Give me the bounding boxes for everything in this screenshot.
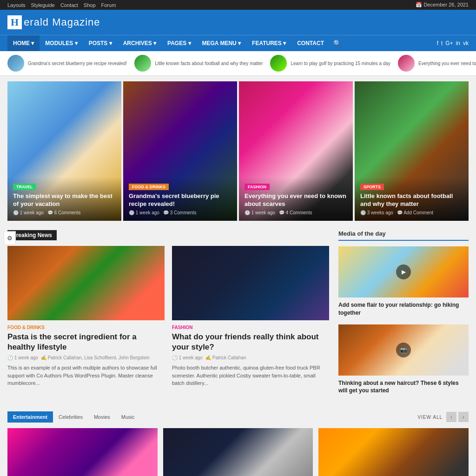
article-category-0: FOOD & DRINKS [7, 325, 165, 330]
hero-meta-3: 🕐 3 weeks ago 💬 Add Comment [360, 210, 463, 215]
site-logo[interactable]: H erald Magazine [7, 15, 100, 29]
twitter-link[interactable]: t [441, 40, 443, 46]
camera-button[interactable]: 📷 [396, 343, 411, 357]
topnav-layouts[interactable]: Layouts [7, 2, 26, 8]
news-ticker: Grandma's secret blueberry pie recipe re… [0, 51, 476, 76]
article-image-1 [172, 246, 329, 320]
logo-name: erald Magazine [24, 16, 100, 28]
hero-title-1: Grandma's secret blueberry pie recipe re… [129, 192, 231, 208]
ent-card-2[interactable]: ENTERTAINMENT [318, 428, 469, 476]
article-meta-1: 🕐 1 week ago ✍ Patrick Callahan [172, 355, 329, 360]
ticker-thumb [398, 55, 415, 72]
article-category-1: FASHION [172, 325, 329, 330]
prev-arrow[interactable]: ‹ [446, 412, 456, 422]
media-item-title-1: Thinking about a new haircut? These 6 st… [338, 379, 469, 395]
googleplus-link[interactable]: G+ [445, 40, 453, 46]
hero-meta-0: 🕐 1 week ago 💬 6 Comments [13, 210, 116, 215]
ticker-text: Everything you ever need to known about … [418, 60, 476, 66]
search-icon[interactable]: 🔍 [333, 40, 341, 47]
ent-image-1 [163, 428, 313, 476]
nav-home[interactable]: HOME ▾ [7, 35, 40, 51]
breaking-news-section: Breaking News FOOD & DRINKS Pasta is the… [7, 230, 329, 402]
media-title: Media of the day [338, 230, 469, 241]
nav-posts[interactable]: POSTS ▾ [83, 35, 118, 51]
ticker-thumb [270, 55, 287, 72]
hero-category-1: FOOD & DRINKS [129, 184, 169, 190]
ent-card-0[interactable]: ENTERTAINMENT [7, 428, 158, 476]
ticker-item[interactable]: Learn to play golf by practicing 15 minu… [270, 55, 390, 72]
ticker-text: Little known facts about football and wh… [155, 60, 263, 66]
nav-contact[interactable]: CONTACT [291, 35, 330, 51]
hero-grid: TRAVEL The simplest way to make the best… [7, 81, 469, 221]
ent-image-0 [7, 428, 158, 476]
media-item-1[interactable]: 📷 Thinking about a new haircut? These 6 … [338, 324, 469, 395]
gear-icon: ⚙ [7, 235, 13, 242]
entertainment-nav-arrows: ‹ › [446, 412, 469, 422]
media-item-title-0: Add some flair to your relationship: go … [338, 301, 469, 317]
ticker-text: Learn to play golf by practicing 15 minu… [291, 60, 390, 66]
ticker-text: Grandma's secret blueberry pie recipe re… [28, 60, 127, 66]
media-image-1: 📷 [338, 324, 469, 376]
article-meta-0: 🕐 1 week ago ✍ Patrick Callahan, Lisa Sc… [7, 355, 165, 360]
play-button[interactable]: ▶ [396, 264, 411, 279]
hero-category-0: TRAVEL [13, 184, 36, 190]
hero-item-3[interactable]: SPORTS Little known facts about football… [355, 81, 469, 221]
hero-title-3: Little known facts about football and wh… [360, 192, 463, 208]
hero-title-2: Everything you ever need to known about … [245, 192, 347, 208]
ent-image-2 [318, 428, 469, 476]
social-links: f t G+ in vk [437, 40, 469, 46]
hero-item-1[interactable]: FOOD & DRINKS Grandma's secret blueberry… [123, 81, 237, 221]
facebook-link[interactable]: f [437, 40, 438, 46]
next-arrow[interactable]: › [458, 412, 469, 422]
top-bar-nav: Layouts Styleguide Contact Shop Forum [7, 2, 116, 8]
instagram-link[interactable]: in [456, 40, 460, 46]
hero-meta-1: 🕐 1 week ago 💬 3 Comments [129, 210, 231, 215]
hero-overlay-0: TRAVEL The simplest way to make the best… [7, 177, 121, 221]
ticker-thumb [134, 55, 151, 72]
entertainment-controls: VIEW ALL ‹ › [417, 412, 469, 422]
logo-letter: H [7, 15, 22, 29]
nav-megamenu[interactable]: MEGA MENU ▾ [197, 35, 247, 51]
tab-music[interactable]: Music [116, 411, 140, 423]
entertainment-header: Entertainment Celebrities Movies Music V… [7, 411, 469, 423]
ent-card-1[interactable]: ENTERTAINMENT [163, 428, 313, 476]
hero-meta-2: 🕐 1 week ago 💬 4 Comments [245, 210, 347, 215]
tab-celebrities[interactable]: Celebrities [53, 411, 88, 423]
ticker-item[interactable]: Grandma's secret blueberry pie recipe re… [7, 55, 127, 72]
entertainment-section: Entertainment Celebrities Movies Music V… [7, 411, 469, 476]
nav-pages[interactable]: PAGES ▾ [162, 35, 196, 51]
article-title-0[interactable]: Pasta is the secret ingredient for a hea… [7, 332, 165, 352]
main-content: TRAVEL The simplest way to make the best… [0, 76, 476, 476]
entertainment-grid: ENTERTAINMENT ENTERTAINMENT ENTERTAINMEN… [7, 428, 469, 476]
nav-items: HOME ▾ MODULES ▾ POSTS ▾ ARCHIVES ▾ PAGE… [7, 35, 437, 51]
ticker-item[interactable]: Everything you ever need to known about … [398, 55, 476, 72]
hero-overlay-1: FOOD & DRINKS Grandma's secret blueberry… [123, 177, 237, 221]
hero-item-0[interactable]: TRAVEL The simplest way to make the best… [7, 81, 121, 221]
hero-title-0: The simplest way to make the best of you… [13, 192, 116, 208]
tab-entertainment[interactable]: Entertainment [7, 411, 53, 423]
view-all-button[interactable]: VIEW ALL [417, 415, 443, 420]
nav-archives[interactable]: ARCHIVES ▾ [118, 35, 162, 51]
breaking-grid: FOOD & DRINKS Pasta is the secret ingred… [7, 246, 329, 387]
hero-item-2[interactable]: FASHION Everything you ever need to know… [239, 81, 353, 221]
settings-button[interactable]: ⚙ [4, 231, 16, 245]
topnav-forum[interactable]: Forum [101, 2, 116, 8]
nav-features[interactable]: FEATURES ▾ [246, 35, 291, 51]
media-item-0[interactable]: ▶ Add some flair to your relationship: g… [338, 246, 469, 317]
entertainment-tabs: Entertainment Celebrities Movies Music [7, 411, 140, 423]
content-row: Breaking News FOOD & DRINKS Pasta is the… [7, 230, 469, 402]
media-section: Media of the day ▶ Add some flair to you… [338, 230, 469, 402]
ticker-item[interactable]: Little known facts about football and wh… [134, 55, 263, 72]
topnav-contact[interactable]: Contact [60, 2, 78, 8]
article-excerpt-0: This is an example of a post with multip… [7, 364, 165, 387]
hero-category-2: FASHION [245, 184, 270, 190]
topnav-styleguide[interactable]: Styleguide [31, 2, 55, 8]
tab-movies[interactable]: Movies [88, 411, 116, 423]
article-title-1[interactable]: What do your friends really think about … [172, 332, 329, 352]
hero-category-3: SPORTS [360, 184, 384, 190]
main-nav: HOME ▾ MODULES ▾ POSTS ▾ ARCHIVES ▾ PAGE… [0, 35, 476, 51]
nav-modules[interactable]: MODULES ▾ [40, 35, 83, 51]
top-bar: Layouts Styleguide Contact Shop Forum 📅 … [0, 0, 476, 10]
topnav-shop[interactable]: Shop [84, 2, 96, 8]
vk-link[interactable]: vk [463, 40, 469, 46]
